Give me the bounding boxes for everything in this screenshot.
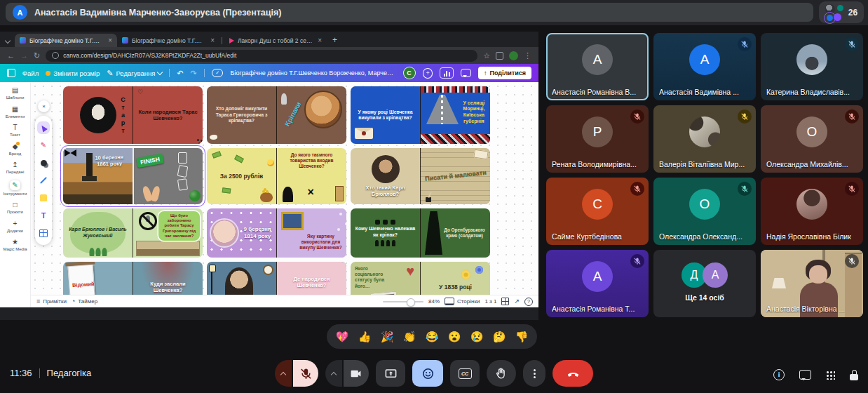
tab-close-icon[interactable]: ×: [108, 36, 112, 44]
raise-hand-button[interactable]: [487, 360, 516, 387]
forward-icon[interactable]: →: [20, 52, 28, 60]
domino-card[interactable]: Хто допоміг викупити Тараса Григоровича …: [207, 86, 346, 144]
domino-card[interactable]: За 2500 рублів До якого таємного товарис…: [207, 148, 346, 204]
domino-card[interactable]: ♥ Якого соціального статусу була його… У…: [351, 262, 490, 295]
undo-icon[interactable]: ↶: [177, 69, 183, 77]
document-title[interactable]: Біографічне доміно Т.Г.Шевченко Ворожчен…: [230, 69, 395, 76]
select-tool[interactable]: [37, 121, 50, 134]
reaction-sad-button[interactable]: 😢: [468, 328, 485, 346]
sidebar-item-elements[interactable]: ▦Елементи: [6, 106, 25, 119]
domino-card[interactable]: 9 березня 1814 року Яку картину використ…: [207, 208, 346, 258]
sidebar-item-templates[interactable]: ▤Шаблони: [6, 87, 25, 100]
domino-card[interactable]: Відомий Куди заслали Шевченка?: [63, 262, 203, 295]
participant-tile[interactable]: Р Рената Володимирівна...: [546, 105, 649, 173]
reaction-heart-button[interactable]: 💖: [334, 328, 351, 346]
host-controls-lock-icon[interactable]: [850, 370, 858, 380]
tab-close-icon[interactable]: ×: [318, 36, 322, 44]
bookmark-star-icon[interactable]: ☆: [483, 52, 490, 60]
chat-icon[interactable]: [799, 370, 811, 380]
end-call-button[interactable]: [552, 360, 593, 387]
text-tool[interactable]: T: [37, 209, 50, 222]
shapes-tool[interactable]: [37, 156, 50, 169]
domino-card-finish-selected[interactable]: 10 березня 1861 року FINISH: [63, 148, 203, 204]
domino-card[interactable]: Де народився Шевченко?: [207, 262, 346, 295]
grid-view-icon[interactable]: [501, 298, 509, 305]
participant-tile[interactable]: Валерія Віталіївна Мир...: [653, 105, 756, 173]
browser-menu-icon[interactable]: ⋮: [524, 52, 531, 60]
help-icon[interactable]: ?: [524, 298, 533, 306]
camera-button[interactable]: [344, 360, 369, 387]
sidebar-item-magic-media[interactable]: ★Magic Media: [3, 239, 27, 251]
timer-button[interactable]: ◔Таймер: [72, 298, 97, 305]
sidebar-toggle-icon[interactable]: [7, 69, 15, 77]
mic-options-button[interactable]: [275, 360, 292, 387]
sidebar-item-apps[interactable]: +Додатки: [7, 220, 23, 233]
domino-card[interactable]: У якому році Шевченка викупили з кріпацт…: [351, 86, 490, 144]
participant-tile[interactable]: С Сайме Куртбедінова: [546, 178, 649, 245]
add-collaborator-icon[interactable]: +: [423, 68, 433, 79]
captions-button[interactable]: CC: [450, 360, 480, 387]
browser-tab-3[interactable]: Лакорн Душ с тобой 2 серия ×: [224, 34, 327, 47]
tab-close-icon[interactable]: ×: [210, 36, 215, 44]
reaction-party-button[interactable]: 🎉: [379, 328, 395, 346]
share-button[interactable]: ↑Поділитися: [478, 67, 531, 79]
menu-file[interactable]: Файл: [22, 69, 39, 77]
canva-canvas[interactable]: × ✎ T Старт ♡: [31, 82, 538, 295]
camera-options-button[interactable]: [325, 360, 342, 387]
browser-tab-2[interactable]: Біографічне доміно Т.Г.Шевче ×: [117, 34, 219, 47]
sidebar-item-brand[interactable]: ◆Бренд: [9, 143, 21, 156]
domino-card[interactable]: Кому Шевченко належав як кріпак? До Орен…: [351, 208, 490, 258]
reaction-clap-button[interactable]: 👏: [401, 328, 418, 346]
present-button[interactable]: [376, 360, 405, 387]
participant-tile[interactable]: О Олександра Олександ...: [653, 178, 756, 245]
close-tools-icon[interactable]: ×: [38, 100, 50, 112]
reload-icon[interactable]: ↻: [34, 52, 40, 60]
draw-tool[interactable]: ✎: [37, 139, 50, 152]
sidebar-item-text[interactable]: TТекст: [10, 124, 20, 137]
participant-tile[interactable]: Катерина Владиславів...: [761, 33, 863, 100]
participant-tile[interactable]: А Анастасія Романівна Т...: [546, 250, 649, 317]
activities-grid-icon[interactable]: [826, 371, 835, 380]
participant-tile[interactable]: А Анастасія Романівна В...: [546, 33, 649, 100]
meeting-details-icon[interactable]: i: [773, 369, 785, 380]
participants-count-button[interactable]: 26: [819, 1, 864, 23]
participant-tile[interactable]: А Анастасія Вадимівна ...: [653, 33, 756, 100]
fullscreen-icon[interactable]: ↗: [514, 298, 520, 305]
table-tool[interactable]: [37, 227, 50, 239]
collaborator-avatar[interactable]: C: [403, 67, 416, 79]
comments-icon[interactable]: [461, 69, 471, 77]
sidebar-item-uploads[interactable]: ↥Передані: [6, 161, 25, 174]
reactions-toggle-button[interactable]: [412, 360, 443, 387]
domino-card[interactable]: Хто такий Карл Брюллов? Писати й малюват…: [351, 148, 490, 204]
zoom-slider-thumb[interactable]: [407, 298, 415, 307]
domino-card-start[interactable]: Старт ♡ Коли народився Тарас Шевченко?: [63, 86, 203, 144]
participant-tile[interactable]: О Олександра Михайлів...: [761, 105, 863, 173]
back-icon[interactable]: ←: [7, 52, 15, 60]
mic-mute-button[interactable]: [293, 360, 318, 387]
reaction-thumbsup-button[interactable]: 👍: [356, 328, 373, 346]
extensions-icon[interactable]: [496, 52, 503, 60]
line-tool[interactable]: [37, 174, 50, 187]
insights-icon[interactable]: [440, 67, 454, 79]
more-options-button[interactable]: [523, 360, 545, 387]
overflow-tile[interactable]: Д А Ще 14 осіб: [653, 250, 756, 317]
sidebar-item-tools[interactable]: ✎Інструменти: [4, 180, 27, 196]
notes-button[interactable]: ≡Примітки: [36, 298, 67, 305]
menu-editing[interactable]: ✎Редагування: [107, 69, 162, 77]
new-tab-button[interactable]: +: [332, 35, 337, 45]
participant-tile[interactable]: Надія Ярославівна Білик: [761, 178, 863, 245]
zoom-slider[interactable]: [383, 301, 423, 302]
tab-search-icon[interactable]: [3, 36, 13, 47]
reaction-thumbsdown-button[interactable]: 👎: [513, 328, 530, 346]
reaction-surprised-button[interactable]: 😮: [446, 328, 463, 346]
sticky-note-tool[interactable]: [37, 192, 50, 204]
domino-card[interactable]: Карл Брюллов і Василь Жуковський Що було…: [63, 208, 203, 258]
pages-button[interactable]: Сторінки: [445, 298, 480, 305]
sidebar-item-projects[interactable]: □Проєкти: [7, 201, 23, 214]
participant-tile-video[interactable]: Анастасія Вікторівна ...: [761, 250, 863, 317]
reaction-thinking-button[interactable]: 🤔: [491, 328, 508, 346]
address-bar[interactable]: canva.com/design/DAHCIzR07A/SJ2K8PtZKDFA…: [46, 50, 477, 62]
reaction-laugh-button[interactable]: 😂: [423, 328, 440, 346]
menu-resize[interactable]: Змінити розмір: [46, 69, 100, 77]
browser-tab-1[interactable]: Біографічне доміно Т.Г.Шевче ×: [15, 34, 117, 47]
